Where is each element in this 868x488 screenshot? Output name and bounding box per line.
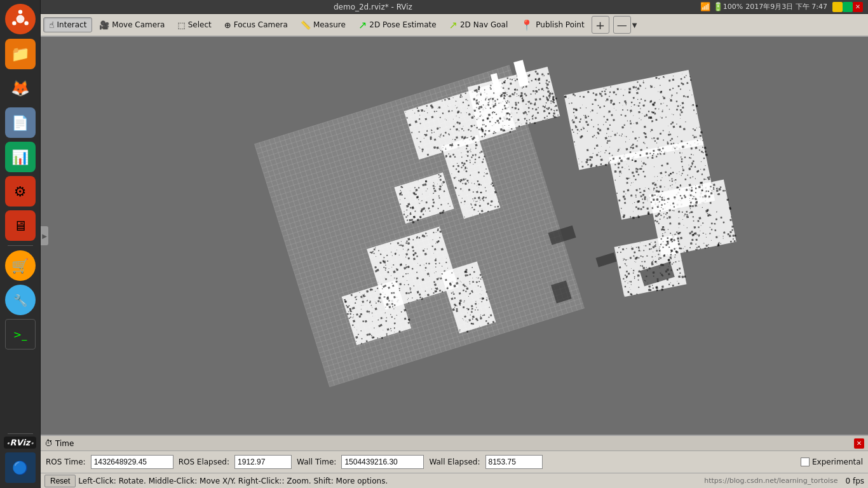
pose-estimate-icon: ↗ [358, 19, 367, 31]
bottom-panel: ⏱ Time ✕ ROS Time: ROS Elapsed: Wall Tim… [41, 435, 868, 488]
ros-elapsed-label: ROS Elapsed: [179, 458, 229, 466]
focus-camera-button[interactable]: ⊕ Focus Camera [219, 18, 294, 32]
nav-goal-label: 2D Nav Goal [460, 20, 508, 29]
close-button[interactable]: ✕ [853, 2, 863, 12]
move-camera-icon: 🎥 [99, 20, 109, 30]
sidebar-item-spreadsheet[interactable]: 📊 [5, 142, 36, 172]
battery-pct: 100% [723, 3, 743, 11]
focus-camera-icon: ⊕ [224, 20, 231, 30]
publish-point-icon: 📍 [520, 19, 533, 31]
collapse-handle[interactable]: ▶ [41, 226, 48, 245]
sidebar-item-system[interactable]: ⚙️ [5, 176, 36, 207]
sidebar-item-ubuntu-software[interactable]: 🖥 [5, 210, 36, 241]
interact-icon: ☝ [49, 20, 55, 30]
tool-dropdown-button[interactable]: ▼ [632, 22, 637, 29]
select-icon: ⬚ [177, 20, 185, 30]
status-text: Left-Click: Rotate. Middle-Click: Move X… [78, 477, 388, 485]
remove-tool-area: — ▼ [613, 16, 637, 34]
sidebar-item-text-editor[interactable]: 📄 [5, 107, 36, 138]
experimental-label: Experimental [812, 458, 863, 466]
time-panel-close-button[interactable]: ✕ [854, 438, 864, 449]
move-camera-label: Move Camera [112, 20, 165, 29]
sidebar-divider [8, 245, 33, 246]
svg-point-2 [18, 10, 22, 14]
toolbar: ☝ Interact 🎥 Move Camera ⬚ Select ⊕ Focu… [41, 14, 868, 37]
select-button[interactable]: ⬚ Select [172, 18, 217, 32]
battery-icon: 🔋 [713, 2, 723, 11]
measure-label: Measure [313, 20, 346, 29]
statusbar: Reset Left-Click: Rotate. Middle-Click: … [41, 473, 868, 488]
titlebar-title: demo_2d.rviz* - RViz [46, 3, 700, 11]
maximize-button[interactable] [843, 2, 853, 12]
sidebar-item-amazon[interactable]: 🛒 [5, 250, 36, 281]
map-canvas [41, 37, 868, 435]
datetime: 2017年9月3日 下午 7:47 [745, 2, 827, 11]
sidebar-item-files[interactable]: 📁 [5, 39, 36, 69]
clock-icon: ⏱ [44, 438, 53, 448]
pose-estimate-label: 2D Pose Estimate [369, 20, 436, 29]
sidebar: 📁 🦊 📄 📊 ⚙️ 🖥 🛒 🔧 >_ •RViz• [0, 0, 41, 488]
sidebar-item-rviz[interactable]: •RViz• [4, 437, 36, 449]
minimize-button[interactable] [832, 2, 843, 12]
nav-goal-button[interactable]: ↗ 2D Nav Goal [444, 17, 514, 34]
wall-time-input[interactable] [341, 455, 424, 469]
sidebar-item-toggle[interactable]: 🔧 [5, 285, 36, 315]
interact-label: Interact [57, 20, 87, 29]
ros-elapsed-input[interactable] [234, 455, 292, 469]
sidebar-divider-bottom [8, 433, 33, 434]
wall-time-label: Wall Time: [297, 458, 336, 466]
measure-icon: 📏 [301, 20, 311, 30]
interact-button[interactable]: ☝ Interact [43, 17, 92, 32]
sidebar-item-settings[interactable]: 🔵 [5, 452, 36, 483]
fps-text: 0 fps [845, 477, 864, 485]
time-fields-row: ROS Time: ROS Elapsed: Wall Time: Wall E… [41, 451, 868, 473]
svg-point-4 [12, 21, 16, 25]
ros-time-label: ROS Time: [46, 458, 86, 466]
publish-point-button[interactable]: 📍 Publish Point [515, 17, 590, 34]
sidebar-item-terminal[interactable]: >_ [5, 319, 36, 349]
time-panel-header: ⏱ Time ✕ [41, 436, 868, 451]
svg-point-1 [16, 15, 24, 24]
main-content: demo_2d.rviz* - RViz 📶 🔋 100% 2017年9月3日 … [41, 0, 868, 488]
sidebar-item-ubuntu[interactable] [5, 4, 36, 34]
publish-point-label: Publish Point [536, 20, 584, 29]
url-text: https://blog.csdn.net/learning_tortoise [704, 477, 837, 485]
measure-button[interactable]: 📏 Measure [295, 18, 351, 32]
nav-goal-icon: ↗ [449, 19, 458, 31]
add-tool-button[interactable]: + [592, 16, 609, 34]
time-panel-title: Time [55, 439, 74, 448]
focus-camera-label: Focus Camera [234, 20, 288, 29]
titlebar: demo_2d.rviz* - RViz 📶 🔋 100% 2017年9月3日 … [41, 0, 868, 14]
pose-estimate-button[interactable]: ↗ 2D Pose Estimate [353, 17, 442, 34]
remove-tool-button[interactable]: — [613, 16, 631, 34]
svg-point-3 [24, 21, 28, 25]
experimental-checkbox[interactable] [801, 458, 810, 466]
viewport[interactable]: ▶ [41, 37, 868, 435]
select-label: Select [188, 20, 212, 29]
move-camera-button[interactable]: 🎥 Move Camera [93, 18, 170, 32]
sidebar-item-firefox[interactable]: 🦊 [5, 73, 36, 104]
reset-button[interactable]: Reset [44, 475, 76, 487]
wifi-icon: 📶 [700, 2, 710, 11]
ros-time-input[interactable] [91, 455, 173, 469]
wall-elapsed-input[interactable] [485, 455, 543, 469]
experimental-area: Experimental [801, 458, 863, 466]
wall-elapsed-label: Wall Elapsed: [429, 458, 480, 466]
